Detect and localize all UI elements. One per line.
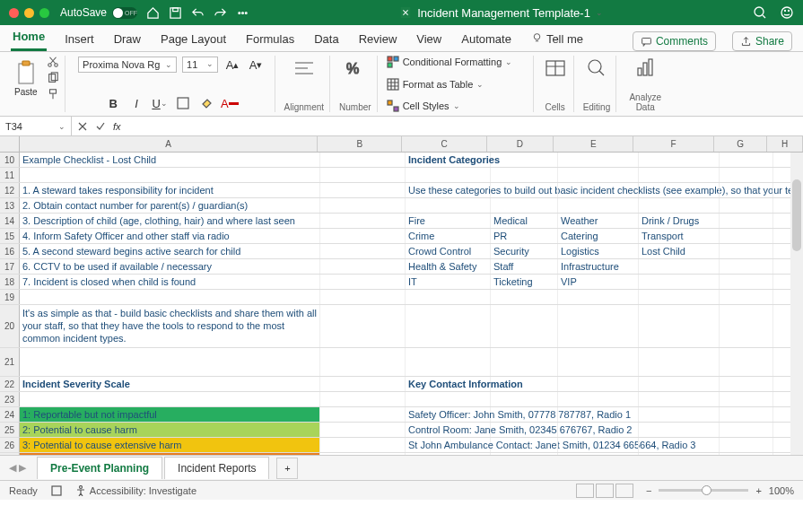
font-family-select[interactable]: Proxima Nova Rg⌄ — [78, 57, 177, 73]
align-icon[interactable] — [292, 56, 317, 81]
cell[interactable]: 7. Incident is closed when child is foun… — [20, 275, 320, 289]
page-break-view-button[interactable] — [615, 484, 633, 498]
format-as-table-button[interactable]: Format as Table⌄ — [387, 78, 484, 91]
toggle-switch[interactable]: OFF — [112, 7, 137, 19]
cell[interactable]: 5. A second steward begins active search… — [20, 244, 320, 258]
cell[interactable]: 4: Serious impact on event and stakehold… — [20, 453, 320, 455]
cell[interactable]: Ticketing — [491, 275, 558, 289]
cell[interactable]: VIP — [558, 275, 639, 289]
cell[interactable]: Drink / Drugs — [639, 214, 720, 228]
sheet-tab-pre-event[interactable]: Pre-Event Planning — [37, 457, 162, 479]
emoji-icon[interactable] — [780, 5, 794, 20]
col-header-f[interactable]: F — [633, 136, 713, 152]
maximize-window-button[interactable] — [39, 8, 49, 18]
analyze-icon[interactable] — [633, 56, 658, 81]
row-header[interactable]: 11 — [0, 168, 20, 182]
macro-icon[interactable] — [50, 484, 63, 497]
row-header[interactable]: 22 — [0, 377, 20, 391]
conditional-formatting-button[interactable]: Conditional Formatting⌄ — [387, 56, 513, 68]
cell[interactable]: 3: Potential to cause extensive harm — [20, 438, 320, 452]
cell[interactable]: It's as simple as that - build basic che… — [20, 305, 320, 347]
decrease-font-button[interactable]: A▾ — [247, 56, 265, 74]
row-header[interactable]: 20 — [0, 305, 20, 347]
save-icon[interactable] — [169, 6, 182, 20]
cell[interactable]: 1: Reportable but not impactful — [20, 407, 320, 422]
accessibility-status[interactable]: Accessibility: Investigate — [75, 485, 196, 496]
cell[interactable]: Safety Officer: John Smith, 07778 787787… — [406, 407, 491, 422]
cell[interactable]: Weather — [558, 214, 639, 228]
view-buttons[interactable] — [576, 484, 633, 498]
cell[interactable]: Medical — [491, 214, 558, 228]
cell[interactable]: 1. A steward takes responsibility for in… — [20, 183, 320, 197]
more-icon[interactable] — [236, 6, 249, 20]
share-button[interactable]: Share — [732, 31, 792, 51]
tab-page-layout[interactable]: Page Layout — [159, 27, 228, 51]
row-header[interactable]: 25 — [0, 423, 20, 437]
tab-automate[interactable]: Automate — [459, 27, 513, 51]
row-header[interactable]: 26 — [0, 438, 20, 452]
cell[interactable]: 3. Description of child (age, clothing, … — [20, 214, 320, 228]
tab-view[interactable]: View — [415, 27, 443, 51]
cell[interactable]: Fire — [406, 214, 491, 228]
tab-home[interactable]: Home — [11, 24, 47, 51]
format-painter-icon[interactable] — [47, 88, 59, 100]
row-header[interactable]: 15 — [0, 229, 20, 243]
home-icon[interactable] — [146, 6, 160, 20]
cell[interactable]: Security — [491, 244, 558, 258]
editing-icon[interactable] — [584, 56, 609, 81]
close-window-button[interactable] — [9, 8, 19, 18]
row-header[interactable]: 27 — [0, 453, 20, 455]
row-header[interactable]: 17 — [0, 259, 20, 274]
cell[interactable]: Infrastructure — [558, 259, 639, 274]
col-header-g[interactable]: G — [714, 136, 768, 152]
cut-icon[interactable] — [47, 56, 59, 68]
zoom-control[interactable]: − + 100% — [646, 485, 794, 496]
col-header-a[interactable]: A — [20, 136, 318, 152]
tab-review[interactable]: Review — [357, 27, 399, 51]
row-header[interactable]: 18 — [0, 275, 20, 289]
zoom-out-button[interactable]: − — [646, 485, 651, 496]
copy-icon[interactable] — [47, 72, 59, 84]
sheet-tab-incident-reports[interactable]: Incident Reports — [164, 457, 269, 479]
tab-tell-me[interactable]: Tell me — [529, 27, 585, 51]
normal-view-button[interactable] — [576, 484, 594, 498]
page-layout-view-button[interactable] — [596, 484, 614, 498]
sheet-nav-arrows[interactable]: ◀ ▶ — [9, 462, 26, 474]
comments-button[interactable]: Comments — [633, 31, 716, 51]
cell[interactable]: Logistics — [558, 244, 639, 258]
row-header[interactable]: 24 — [0, 407, 20, 422]
tab-data[interactable]: Data — [312, 27, 340, 51]
border-button[interactable] — [174, 94, 192, 112]
cell[interactable]: Example Checklist - Lost Child — [20, 153, 320, 167]
col-header-d[interactable]: D — [487, 136, 554, 152]
row-header[interactable]: 14 — [0, 214, 20, 228]
cell[interactable]: 2. Obtain contact number for parent(s) /… — [20, 198, 320, 213]
cell[interactable]: 4. Inform Safety Officer and other staff… — [20, 229, 320, 243]
cell[interactable]: Catering — [558, 229, 639, 243]
redo-icon[interactable] — [214, 6, 227, 20]
cell[interactable]: Control Room: Jane Smith, 02345 676767, … — [406, 423, 491, 437]
increase-font-button[interactable]: A▴ — [223, 56, 241, 74]
font-color-button[interactable]: A — [221, 94, 239, 112]
zoom-slider[interactable] — [659, 489, 748, 492]
vertical-scrollbar[interactable] — [790, 153, 803, 455]
cell[interactable]: Staff — [491, 259, 558, 274]
font-size-select[interactable]: 11⌄ — [182, 57, 218, 73]
row-header[interactable]: 10 — [0, 153, 20, 167]
autosave-toggle[interactable]: AutoSave OFF — [60, 6, 137, 19]
cancel-icon[interactable] — [77, 121, 88, 132]
col-header-e[interactable]: E — [554, 136, 633, 152]
cell[interactable]: Incident Categories — [406, 153, 491, 167]
add-sheet-button[interactable]: + — [276, 458, 298, 479]
percent-icon[interactable]: % — [343, 56, 368, 81]
cell[interactable]: Use these categories to build out basic … — [406, 183, 491, 197]
cell[interactable]: 2: Potential to cause harm — [20, 423, 320, 437]
cell[interactable]: St John Ambulance Contact: Janet Smith, … — [406, 438, 491, 452]
col-header-c[interactable]: C — [402, 136, 486, 152]
cell-styles-button[interactable]: Cell Styles⌄ — [387, 100, 460, 112]
minimize-window-button[interactable] — [24, 8, 34, 18]
cell[interactable]: Health & Safety — [406, 259, 491, 274]
row-header[interactable]: 23 — [0, 392, 20, 406]
undo-icon[interactable] — [191, 6, 205, 20]
search-icon[interactable] — [753, 5, 767, 20]
